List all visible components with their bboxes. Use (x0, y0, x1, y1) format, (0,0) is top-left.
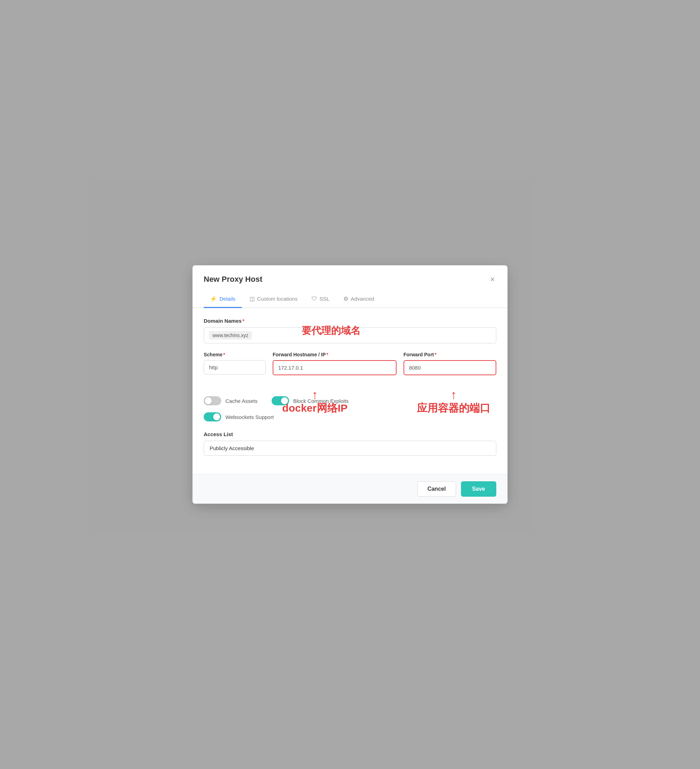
forward-port-field: Forward Port* (404, 352, 496, 375)
domain-input-wrapper[interactable]: www.techins.xyz (204, 327, 496, 343)
forward-hostname-input[interactable] (273, 360, 397, 375)
modal-body: Domain Names* www.techins.xyz 要代理的域名 Sch… (193, 308, 507, 474)
tab-details-label: Details (219, 296, 235, 302)
lightning-icon: ⚡ (210, 295, 217, 302)
cache-assets-toggle-group: Cache Assets (204, 396, 257, 405)
cache-assets-label: Cache Assets (225, 398, 257, 404)
websockets-toggle-group: Websockets Support (204, 412, 274, 422)
tab-advanced-label: Advanced (351, 296, 374, 302)
tab-advanced[interactable]: ⚙ Advanced (337, 291, 380, 308)
scheme-input[interactable] (204, 360, 266, 375)
shield-icon: 🛡 (312, 296, 317, 302)
tab-custom-locations-label: Custom locations (257, 296, 298, 302)
forward-port-label: Forward Port* (404, 352, 496, 357)
domain-names-label: Domain Names* (204, 318, 496, 324)
access-list-input[interactable] (204, 441, 496, 456)
access-list-label: Access List (204, 431, 496, 437)
cache-assets-toggle[interactable] (204, 396, 221, 405)
websockets-row: Websockets Support (204, 412, 496, 422)
scheme-label: Scheme* (204, 352, 266, 357)
block-exploits-toggle[interactable] (272, 396, 289, 405)
gear-icon: ⚙ (343, 295, 348, 302)
three-col-wrapper: Scheme* Forward Hostname / IP* (204, 352, 496, 375)
modal: New Proxy Host × ⚡ Details ◫ Custom loca… (193, 265, 507, 504)
tab-custom-locations[interactable]: ◫ Custom locations (243, 291, 304, 308)
forward-hostname-field: Forward Hostname / IP* (273, 352, 397, 375)
tab-details[interactable]: ⚡ Details (204, 291, 242, 308)
domain-input[interactable] (256, 333, 491, 338)
scheme-host-port-row: Scheme* Forward Hostname / IP* (204, 352, 496, 375)
modal-header: New Proxy Host × (193, 265, 507, 285)
close-button[interactable]: × (489, 274, 496, 285)
domain-names-section: Domain Names* www.techins.xyz 要代理的域名 (204, 318, 496, 343)
cancel-button[interactable]: Cancel (417, 481, 456, 497)
tabs-bar: ⚡ Details ◫ Custom locations 🛡 SSL ⚙ Adv… (193, 291, 507, 308)
layers-icon: ◫ (249, 295, 255, 302)
block-exploits-label: Block Common Exploits (293, 398, 349, 404)
block-exploits-toggle-group: Block Common Exploits (272, 396, 349, 405)
block-exploits-knob (281, 397, 288, 404)
scheme-field: Scheme* (204, 352, 266, 375)
toggles-row: Cache Assets Block Common Exploits (204, 396, 496, 405)
modal-overlay: New Proxy Host × ⚡ Details ◫ Custom loca… (0, 0, 700, 769)
domain-tag: www.techins.xyz (209, 331, 252, 339)
modal-footer: Cancel Save (193, 474, 507, 504)
websockets-label: Websockets Support (225, 414, 274, 420)
websockets-knob (213, 413, 220, 420)
access-list-section: Access List (204, 431, 496, 456)
modal-title: New Proxy Host (204, 275, 262, 284)
websockets-toggle[interactable] (204, 412, 221, 422)
tab-ssl-label: SSL (320, 296, 329, 302)
forward-port-input[interactable] (404, 360, 496, 375)
forward-hostname-label: Forward Hostname / IP* (273, 352, 397, 357)
tab-ssl[interactable]: 🛡 SSL (305, 291, 336, 308)
cache-assets-knob (205, 397, 212, 404)
save-button[interactable]: Save (461, 481, 496, 497)
